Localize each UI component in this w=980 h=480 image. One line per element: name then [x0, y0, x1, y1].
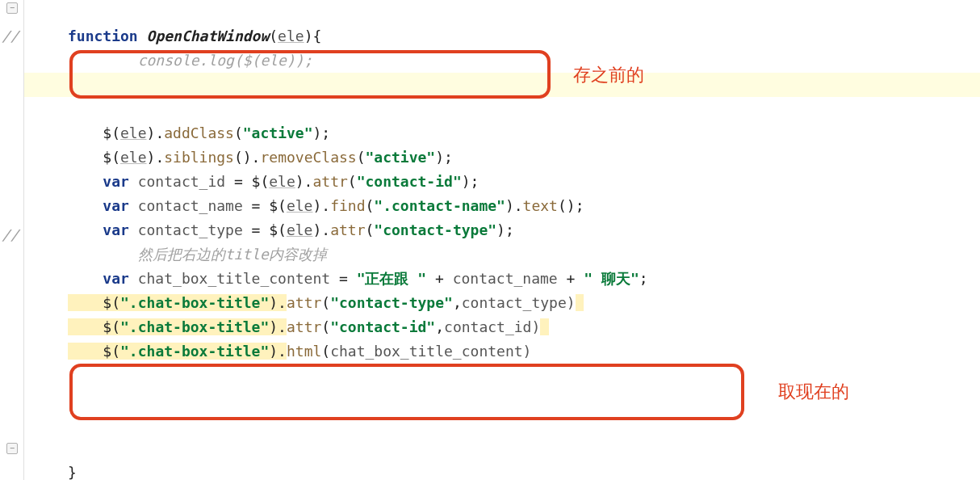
code-line-contact-type[interactable]: var contact_type = $(ele).attr("contact-… — [29, 194, 980, 218]
annotation-box-after — [69, 364, 744, 420]
code-line-set-html[interactable]: $(".chat-box-title").html(chat_box_title… — [29, 315, 980, 339]
annotation-box-before — [69, 50, 551, 99]
gutter-comment-marker-1: // — [2, 24, 19, 48]
code-line-removeclass[interactable]: $(ele).siblings().removeClass("active"); — [29, 121, 980, 145]
code-line-contact-id[interactable]: var contact_id = $(ele).attr("contact-id… — [29, 145, 980, 170]
code-line-set-id[interactable]: $(".chat-box-title").attr("contact-id",c… — [29, 291, 980, 315]
code-line-contact-name[interactable]: var contact_name = $(ele).find(".contact… — [29, 170, 980, 194]
code-line-close-brace[interactable]: } — [29, 436, 980, 461]
code-line-addclass[interactable]: $(ele).addClass("active"); — [29, 97, 980, 121]
annotation-text-after: 取现在的 — [778, 380, 849, 404]
code-line-title-content[interactable]: var chat_box_title_content = "正在跟 " + co… — [29, 242, 980, 267]
code-line-comment-cn[interactable]: 然后把右边的title内容改掉 — [29, 218, 980, 242]
gutter-comment-marker-2: // — [2, 223, 19, 247]
fold-marker-top[interactable] — [6, 2, 18, 14]
code-line-2[interactable]: console.log($(ele)); — [29, 24, 980, 48]
annotation-text-before: 存之前的 — [573, 63, 644, 87]
code-line-set-type[interactable]: $(".chat-box-title").attr("contact-type"… — [29, 267, 980, 291]
fold-marker-bottom[interactable] — [6, 443, 18, 454]
code-line-1[interactable]: function OpenChatWindow(ele){ — [29, 0, 980, 24]
